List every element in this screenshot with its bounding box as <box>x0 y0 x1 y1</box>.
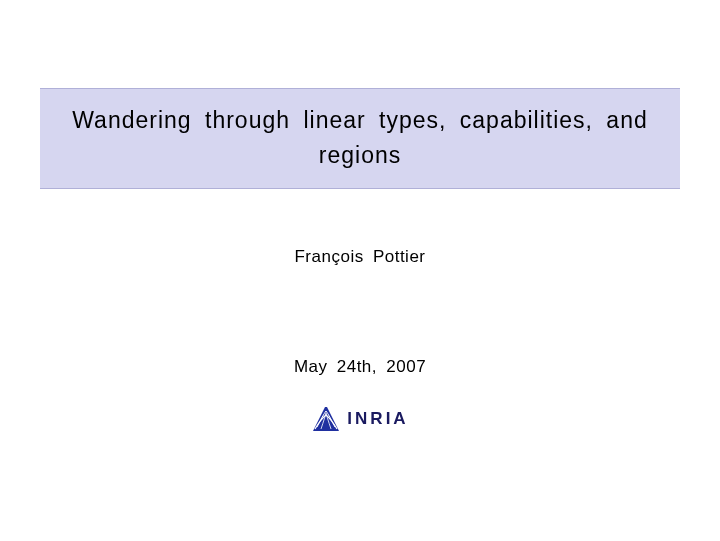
presentation-date: May 24th, 2007 <box>294 357 426 377</box>
inria-logo-text: INRIA <box>347 409 408 429</box>
inria-logo: INRIA <box>311 405 408 433</box>
inria-logo-icon <box>311 405 341 433</box>
slide-title: Wandering through linear types, capabili… <box>60 103 660 172</box>
author-name: François Pottier <box>294 247 425 267</box>
title-block: Wandering through linear types, capabili… <box>40 88 680 189</box>
